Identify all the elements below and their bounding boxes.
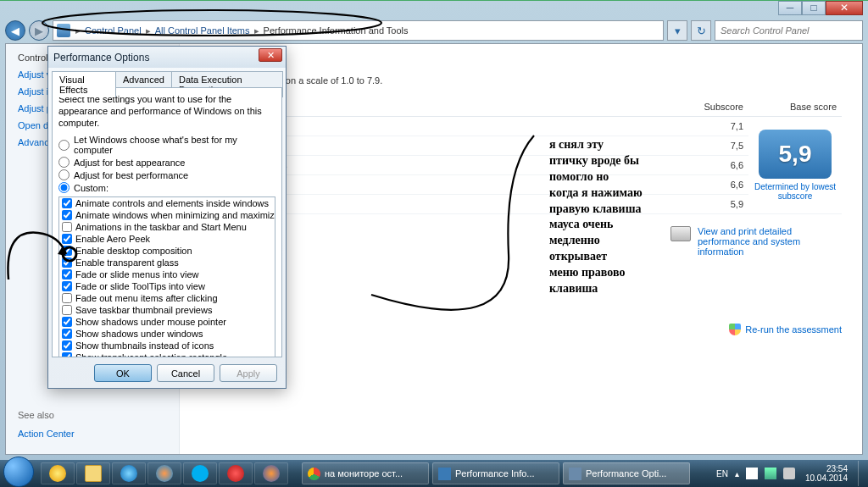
- radio-row[interactable]: Adjust for best performance: [58, 169, 275, 180]
- option-checkbox[interactable]: [62, 352, 72, 357]
- option-item[interactable]: Fade out menu items after clicking: [59, 292, 275, 304]
- show-desktop-button[interactable]: [858, 461, 865, 486]
- option-checkbox[interactable]: [62, 329, 72, 339]
- option-item[interactable]: Animations in the taskbar and Start Menu: [59, 221, 275, 233]
- taskbar-pin-wmp[interactable]: [147, 462, 181, 484]
- tray-show-hidden-icon[interactable]: ▴: [735, 469, 739, 479]
- taskbar[interactable]: на мониторе ост... Performance Info... P…: [0, 460, 868, 487]
- shield-icon: [729, 324, 741, 335]
- link-ftware[interactable]: ftware: [200, 268, 842, 279]
- tray-network-icon[interactable]: [765, 468, 776, 479]
- option-item[interactable]: Enable desktop composition: [59, 245, 275, 257]
- breadcrumb-separator: ▸: [74, 25, 82, 36]
- option-item[interactable]: Save taskbar thumbnail previews: [59, 304, 275, 316]
- breadcrumb-current[interactable]: Performance Information and Tools: [261, 25, 411, 36]
- option-checkbox[interactable]: [62, 210, 72, 220]
- option-item[interactable]: Show shadows under windows: [59, 328, 275, 340]
- option-checkbox[interactable]: [62, 317, 72, 327]
- forward-button[interactable]: ▶: [29, 20, 49, 41]
- print-link-block[interactable]: View and print detailed performance and …: [670, 226, 842, 257]
- radio-row[interactable]: Custom:: [58, 182, 275, 193]
- option-checkbox[interactable]: [62, 234, 72, 244]
- taskbar-pin-ie[interactable]: [112, 462, 146, 484]
- close-button[interactable]: ✕: [826, 1, 863, 15]
- option-checkbox[interactable]: [62, 293, 72, 303]
- row-subscore: 6,6: [681, 175, 748, 195]
- tray-volume-icon[interactable]: [783, 468, 795, 479]
- taskbar-task-perfoptions[interactable]: Performance Opti...: [563, 462, 690, 484]
- dialog-title-text: Performance Options: [53, 52, 149, 64]
- refresh-button[interactable]: ↻: [691, 20, 711, 41]
- option-item[interactable]: Animate windows when minimizing and maxi…: [59, 209, 275, 221]
- radio-input[interactable]: [58, 157, 70, 168]
- option-checkbox[interactable]: [62, 198, 72, 208]
- option-item[interactable]: Animate controls and elements inside win…: [59, 197, 275, 209]
- option-label: Enable Aero Peek: [75, 233, 150, 245]
- search-input[interactable]: [715, 20, 863, 41]
- option-checkbox[interactable]: [62, 305, 72, 315]
- option-item[interactable]: Show translucent selection rectangle: [59, 351, 275, 357]
- apply-button[interactable]: Apply: [220, 364, 277, 382]
- page-title: 's performance: [200, 54, 842, 69]
- radio-input[interactable]: [58, 182, 70, 193]
- option-item[interactable]: Show thumbnails instead of icons: [59, 340, 275, 351]
- taskbar-pin-explorer[interactable]: [76, 462, 110, 484]
- taskbar-pin-opera[interactable]: [219, 462, 253, 484]
- back-button[interactable]: ◀: [5, 20, 25, 41]
- radio-input[interactable]: [58, 169, 70, 180]
- taskbar-task-label: на мониторе ост...: [325, 468, 403, 479]
- minimize-button[interactable]: ─: [778, 1, 802, 15]
- system-tray[interactable]: EN ▴ 23:54 10.04.2014: [716, 461, 865, 486]
- window-title-bar: ─ □ ✕: [0, 1, 868, 18]
- base-score-badge: 5,9: [759, 130, 832, 179]
- breadcrumb-control-panel[interactable]: Control Panel: [82, 25, 144, 36]
- base-score-sub: Determined by lowest subscore: [754, 182, 837, 201]
- option-label: Fade out menu items after clicking: [75, 292, 218, 304]
- option-checkbox[interactable]: [62, 281, 72, 291]
- cancel-button[interactable]: Cancel: [157, 364, 214, 382]
- start-button[interactable]: [3, 457, 34, 487]
- clock-date: 10.04.2014: [805, 473, 848, 483]
- address-dropdown-button[interactable]: ▾: [667, 20, 687, 41]
- rerun-assessment-link[interactable]: Re-run the assessment: [729, 324, 842, 335]
- performance-options-dialog: Performance Options ✕ Visual EffectsAdva…: [47, 46, 287, 389]
- dialog-close-button[interactable]: ✕: [259, 48, 282, 62]
- option-item[interactable]: Show shadows under mouse pointer: [59, 316, 275, 328]
- taskbar-pin-firefox[interactable]: [254, 462, 288, 484]
- print-link-text: View and print detailed performance and …: [698, 226, 842, 257]
- taskbar-pin-aimp[interactable]: [41, 462, 75, 484]
- radio-input[interactable]: [58, 140, 70, 151]
- address-bar[interactable]: ▸ Control Panel ▸ All Control Panel Item…: [53, 20, 664, 41]
- base-score-cell: 5,9Determined by lowest subscore: [748, 117, 842, 214]
- option-label: Animate controls and elements inside win…: [75, 197, 269, 209]
- option-label: Fade or slide menus into view: [75, 268, 199, 280]
- tab-visual-effects[interactable]: Visual Effects: [52, 71, 116, 97]
- option-checkbox[interactable]: [62, 269, 72, 279]
- option-item[interactable]: Fade or slide ToolTips into view: [59, 280, 275, 292]
- maximize-button[interactable]: □: [802, 1, 826, 15]
- dialog-title-bar[interactable]: Performance Options ✕: [48, 47, 286, 68]
- table-row: fer rate5,9: [200, 195, 842, 214]
- option-item[interactable]: Fade or slide menus into view: [59, 268, 275, 280]
- option-checkbox[interactable]: [62, 246, 72, 256]
- option-checkbox[interactable]: [62, 222, 72, 232]
- ok-button[interactable]: OK: [94, 364, 152, 382]
- radio-row[interactable]: Let Windows choose what's best for my co…: [58, 135, 275, 155]
- option-checkbox[interactable]: [62, 340, 72, 351]
- tray-language[interactable]: EN: [716, 469, 728, 479]
- sidebar-action-center[interactable]: Action Center: [18, 429, 75, 439]
- taskbar-task-perfinfo[interactable]: Performance Info...: [432, 462, 559, 484]
- taskbar-pin-skype[interactable]: [183, 462, 217, 484]
- radio-label: Adjust for best appearance: [74, 158, 185, 168]
- tray-clock[interactable]: 23:54 10.04.2014: [802, 464, 851, 483]
- options-list[interactable]: Animate controls and elements inside win…: [58, 196, 275, 357]
- perfinfo-icon: [438, 468, 451, 480]
- radio-row[interactable]: Adjust for best appearance: [58, 157, 275, 168]
- tray-flag-icon[interactable]: [746, 468, 758, 479]
- option-item[interactable]: Enable Aero Peek: [59, 233, 275, 245]
- option-label: Show shadows under windows: [75, 328, 203, 340]
- option-item[interactable]: Enable transparent glass: [59, 257, 275, 268]
- option-checkbox[interactable]: [62, 257, 72, 268]
- breadcrumb-all-items[interactable]: All Control Panel Items: [153, 25, 253, 36]
- taskbar-task-chrome[interactable]: на мониторе ост...: [302, 462, 429, 484]
